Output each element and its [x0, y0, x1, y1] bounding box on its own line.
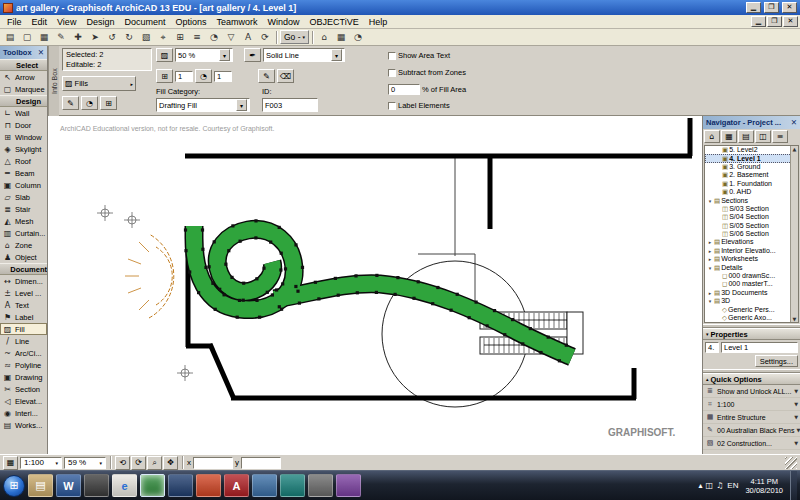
toolbox-tool[interactable]: ◈ Skylight — [0, 143, 47, 155]
toolbox-tool[interactable]: ≣ Stair — [0, 203, 47, 215]
view-control-button[interactable]: ⟲ — [115, 456, 130, 470]
toolbox-tool[interactable]: ↔ Dimen... — [0, 275, 47, 287]
fill-pen-field[interactable]: 1 — [214, 71, 232, 82]
fills-settings-button[interactable]: ▨ Fills ▸ — [62, 76, 136, 91]
toolbar-button[interactable]: ⟳ — [257, 30, 273, 44]
resize-grip[interactable] — [785, 457, 797, 469]
view-control-button[interactable]: ✥ — [163, 456, 178, 470]
mdi-close-button[interactable]: ✕ — [783, 16, 798, 27]
taskbar-app-icon[interactable]: W — [56, 474, 81, 497]
tree-expand-icon[interactable]: ▾ — [707, 264, 713, 272]
toolbox-tool[interactable]: ▢ Marquee — [0, 83, 47, 95]
toolbar-button[interactable]: ⌖ — [155, 30, 171, 44]
toolbox-tool[interactable]: ◭ Mesh — [0, 215, 47, 227]
fill-opacity-dropdown[interactable]: 50 %▾ — [175, 48, 233, 62]
toolbox-tool[interactable]: ± Level ... — [0, 287, 47, 299]
tree-item[interactable]: ▸ ▤ 3D Documents — [705, 289, 798, 297]
taskbar-app-icon[interactable] — [168, 474, 193, 497]
settings-button[interactable]: Settings... — [755, 355, 798, 367]
zoom-dropdown[interactable]: 59 %▾ — [64, 457, 106, 469]
taskbar-app-icon[interactable] — [140, 474, 165, 497]
quick-option-row[interactable]: ⌗ 1:100 ▼ — [703, 398, 800, 411]
toolbox-tool[interactable]: ⊞ Window — [0, 131, 47, 143]
view-control-button[interactable]: ⌕ — [147, 456, 162, 470]
view-control-button[interactable]: ⟳ — [131, 456, 146, 470]
tree-expand-icon[interactable]: ▸ — [707, 289, 713, 297]
toolbox-tool[interactable]: ✂ Section — [0, 383, 47, 395]
toolbar-button[interactable]: A — [240, 30, 256, 44]
subtract-zones-checkbox[interactable] — [388, 69, 396, 77]
tray-icon[interactable]: ♫ — [716, 481, 723, 490]
tree-item[interactable]: ◫ S/03 Section — [705, 205, 798, 213]
close-button[interactable]: ✕ — [782, 2, 797, 13]
navigator-toolbar-button[interactable]: ▤ — [738, 130, 754, 143]
toolbar-button[interactable]: ➤ — [87, 30, 103, 44]
menu-item[interactable]: OBJECTiVE — [305, 17, 364, 27]
tree-scrollbar[interactable]: ▲▼ — [790, 146, 798, 322]
floor-plan-drawing[interactable]: ArchiCAD Educational version, not for re… — [48, 116, 702, 454]
tree-expand-icon[interactable]: ▸ — [707, 255, 713, 263]
tree-expand-icon[interactable]: ▾ — [707, 197, 713, 205]
tree-expand-icon[interactable]: ▸ — [707, 238, 713, 246]
tree-item[interactable]: ◇ Generic Pers... — [705, 305, 798, 313]
tree-item[interactable]: ▾ ▤ Details — [705, 263, 798, 271]
tree-item[interactable]: ◫ S/04 Section — [705, 213, 798, 221]
toolbar-button[interactable]: ↻ — [121, 30, 137, 44]
tracker-icon[interactable]: ▦ — [3, 456, 18, 470]
toolbar-button[interactable]: ▢ — [19, 30, 35, 44]
taskbar-app-icon[interactable] — [84, 474, 109, 497]
tree-expand-icon[interactable]: ▸ — [707, 247, 713, 255]
menu-item[interactable]: File — [2, 17, 27, 27]
tree-item[interactable]: ▣ 2. Basement — [705, 171, 798, 179]
tree-item[interactable]: ▣ 0. AHD — [705, 188, 798, 196]
quick-option-row[interactable]: ✎ 00 Australian Black Pens ▼ — [703, 424, 800, 437]
show-desktop-button[interactable] — [790, 471, 797, 500]
toolbox-tool[interactable]: ▤ Works... — [0, 419, 47, 431]
show-area-text-checkbox[interactable] — [388, 52, 396, 60]
toolbox-tool[interactable]: ↖ Arrow — [0, 71, 47, 83]
navigator-toolbar-button[interactable]: ≡ — [772, 130, 788, 143]
toolbox-tool[interactable]: ⌂ Zone — [0, 239, 47, 251]
label-elements-checkbox[interactable] — [388, 102, 396, 110]
taskbar-clock[interactable]: 4:11 PM 30/08/2010 — [742, 477, 786, 495]
navigator-toolbar-button[interactable]: ⌂ — [704, 130, 720, 143]
menu-item[interactable]: Document — [119, 17, 170, 27]
minimize-button[interactable]: ▁ — [746, 2, 761, 13]
menu-item[interactable]: Window — [262, 17, 304, 27]
taskbar-app-icon[interactable] — [196, 474, 221, 497]
toolbox-tool[interactable]: ◁ Elevat... — [0, 395, 47, 407]
layer-icon[interactable]: ⊞ — [100, 96, 117, 110]
toolbox-tool[interactable]: ▱ Slab — [0, 191, 47, 203]
toolbox-title-bar[interactable]: Toolbox ✕ — [0, 46, 47, 59]
toolbox-tool[interactable]: Design — [0, 95, 47, 107]
fill-background-icon[interactable]: ◔ — [81, 96, 98, 110]
properties-header[interactable]: ▾ Properties — [703, 328, 800, 340]
language-indicator[interactable]: EN — [727, 481, 738, 490]
wall[interactable] — [185, 118, 692, 399]
tree-item[interactable]: ▾ ▤ Sections — [705, 196, 798, 204]
id-field[interactable]: F003 — [262, 98, 318, 112]
toolbar-button[interactable]: ▦ — [333, 30, 349, 44]
navigator-toolbar-button[interactable]: ◫ — [755, 130, 771, 143]
toolbox-tool[interactable]: ⊓ Door — [0, 119, 47, 131]
menu-item[interactable]: Options — [170, 17, 211, 27]
tree-item[interactable]: ▣ 5. Level2 — [705, 146, 798, 154]
tree-item[interactable]: ▣ 1. Foundation — [705, 180, 798, 188]
contour-pen-field[interactable]: 1 — [175, 71, 193, 82]
line-type-dropdown[interactable]: Solid Line▾ — [263, 48, 345, 62]
toolbox-tool[interactable]: A Text — [0, 299, 47, 311]
coord-x-field[interactable] — [193, 457, 233, 469]
quick-option-row[interactable]: ▧ 02 Construction... ▼ — [703, 437, 800, 450]
toolbar-button[interactable]: ↺ — [104, 30, 120, 44]
floor-plan-canvas[interactable]: ArchiCAD Educational version, not for re… — [48, 116, 702, 454]
fill-pen-icon[interactable]: ◔ — [195, 69, 212, 83]
info-box-tab[interactable]: Info Box — [48, 46, 59, 116]
taskbar-app-icon[interactable]: e — [112, 474, 137, 497]
tree-item[interactable]: ◻ 000 drawnSc... — [705, 272, 798, 280]
start-button[interactable]: ⊞ — [3, 475, 25, 497]
eraser-icon[interactable]: ⌫ — [277, 69, 294, 83]
tree-item[interactable]: ◇ Generic Axo... — [705, 314, 798, 322]
toolbox-tool[interactable]: ∟ Wall — [0, 107, 47, 119]
toolbox-tool[interactable]: ═ Beam — [0, 167, 47, 179]
taskbar-app-icon[interactable]: A — [224, 474, 249, 497]
